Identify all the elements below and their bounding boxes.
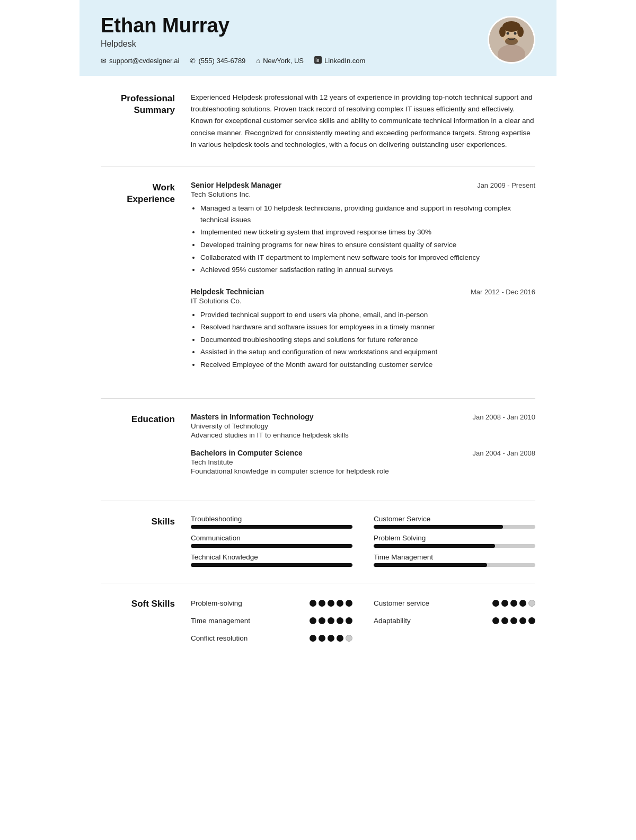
dot-empty	[528, 600, 535, 607]
edu-school: Tech Institute	[191, 458, 535, 466]
dot-filled	[510, 600, 517, 607]
divider-4	[101, 583, 535, 583]
job-bullets: Provided technical support to end users …	[191, 309, 535, 371]
dot-filled	[501, 600, 508, 607]
soft-skill-item: Conflict resolution	[191, 632, 352, 644]
svg-point-3	[498, 45, 525, 64]
phone-icon: ✆	[190, 57, 196, 65]
job-header: Helpdesk TechnicianMar 2012 - Dec 2016	[191, 287, 535, 296]
summary-content: Experienced Helpdesk professional with 1…	[191, 92, 535, 151]
skill-bar-fill	[374, 525, 503, 529]
bullet-item: Implemented new ticketing system that im…	[200, 226, 535, 238]
bullet-item: Collaborated with IT department to imple…	[200, 252, 535, 264]
dot-filled	[519, 617, 526, 624]
edu-date: Jan 2004 - Jan 2008	[472, 449, 535, 457]
divider-3	[101, 501, 535, 501]
edu-header: Masters in Information TechnologyJan 200…	[191, 413, 535, 421]
skill-name: Customer Service	[374, 515, 535, 523]
skill-bar-bg	[191, 544, 352, 548]
bullet-item: Achieved 95% customer satisfaction ratin…	[200, 264, 535, 276]
dot-filled	[319, 617, 325, 624]
summary-section: ProfessionalSummary Experienced Helpdesk…	[101, 92, 535, 151]
svg-point-8	[505, 38, 518, 45]
svg-point-7	[517, 27, 524, 37]
dot-filled	[501, 617, 508, 624]
contact-phone: ✆(555) 345-6789	[190, 56, 245, 65]
dot-filled	[528, 617, 535, 624]
skill-item: Technical Knowledge	[191, 553, 352, 567]
skill-name: Troubleshooting	[191, 515, 352, 523]
edu-header: Bachelors in Computer ScienceJan 2004 - …	[191, 449, 535, 457]
linkedin-value: LinkedIn.com	[324, 57, 365, 65]
edu-degree: Masters in Information Technology	[191, 413, 314, 421]
job-entry: Helpdesk TechnicianMar 2012 - Dec 2016IT…	[191, 287, 535, 371]
svg-text:in: in	[315, 58, 319, 63]
job-header: Senior Helpdesk ManagerJan 2009 - Presen…	[191, 181, 535, 189]
soft-skill-name: Conflict resolution	[191, 634, 248, 642]
location-value: NewYork, US	[263, 57, 304, 65]
skills-grid: TroubleshootingCustomer ServiceCommunica…	[191, 515, 535, 567]
bullet-item: Provided technical support to end users …	[200, 309, 535, 321]
skill-bar-bg	[374, 563, 535, 567]
edu-school: University of Technology	[191, 422, 535, 430]
skill-bar-bg	[191, 563, 352, 567]
skills-section: Skills TroubleshootingCustomer ServiceCo…	[101, 515, 535, 567]
edu-entry: Bachelors in Computer ScienceJan 2004 - …	[191, 449, 535, 475]
work-content: Senior Helpdesk ManagerJan 2009 - Presen…	[191, 181, 535, 382]
svg-point-6	[499, 27, 506, 37]
bullet-item: Resolved hardware and software issues fo…	[200, 321, 535, 333]
bullet-item: Managed a team of 10 helpdesk technician…	[200, 203, 535, 225]
dot-filled	[510, 617, 517, 624]
bullet-item: Developed training programs for new hire…	[200, 239, 535, 251]
candidate-name: Ethan Murray	[101, 15, 488, 37]
soft-skill-dots	[492, 600, 535, 607]
skill-bar-bg	[374, 544, 535, 548]
skills-content: TroubleshootingCustomer ServiceCommunica…	[191, 515, 535, 567]
divider-1	[101, 167, 535, 167]
dot-filled	[492, 600, 499, 607]
soft-skill-dots	[310, 600, 352, 607]
contact-location: ⌂NewYork, US	[256, 56, 304, 65]
bullet-item: Documented troubleshooting steps and sol…	[200, 334, 535, 346]
soft-skill-dots	[492, 617, 535, 624]
job-title: Helpdesk Technician	[191, 287, 264, 296]
soft-skills-label: Soft Skills	[101, 597, 191, 644]
soft-skill-name: Customer service	[374, 599, 429, 607]
dot-filled	[337, 635, 343, 642]
bullet-item: Received Employee of the Month award for…	[200, 359, 535, 371]
svg-point-9	[507, 32, 509, 35]
skill-item: Troubleshooting	[191, 515, 352, 529]
dot-filled	[310, 617, 316, 624]
dot-empty	[346, 635, 352, 642]
edu-degree: Bachelors in Computer Science	[191, 449, 303, 457]
education-content: Masters in Information TechnologyJan 200…	[191, 413, 535, 485]
soft-skill-name: Problem-solving	[191, 599, 242, 607]
skill-name: Time Management	[374, 553, 535, 561]
skill-bar-fill	[374, 544, 495, 548]
dot-filled	[319, 635, 325, 642]
location-icon: ⌂	[256, 57, 260, 65]
soft-skills-grid: Problem-solvingCustomer serviceTime mana…	[191, 597, 535, 644]
skill-item: Customer Service	[374, 515, 535, 529]
job-date: Jan 2009 - Present	[477, 181, 535, 189]
skill-bar-bg	[374, 525, 535, 529]
dot-filled	[492, 617, 499, 624]
dot-filled	[328, 635, 334, 642]
skill-bar-bg	[191, 525, 352, 529]
svg-point-10	[514, 32, 517, 35]
job-company: IT Solutions Co.	[191, 297, 535, 305]
work-label: WorkExperience	[101, 181, 191, 382]
soft-skill-item: Time management	[191, 615, 352, 627]
skill-item: Communication	[191, 534, 352, 548]
skill-name: Communication	[191, 534, 352, 542]
education-section: Education Masters in Information Technol…	[101, 413, 535, 485]
soft-skill-name: Adaptability	[374, 617, 411, 625]
candidate-title: Helpdesk	[101, 39, 488, 49]
header: Ethan Murray Helpdesk ✉support@cvdesigne…	[80, 0, 556, 76]
soft-skills-section: Soft Skills Problem-solvingCustomer serv…	[101, 597, 535, 644]
soft-skill-item: Customer service	[374, 597, 535, 609]
contact-bar: ✉support@cvdesigner.ai✆(555) 345-6789⌂Ne…	[101, 56, 488, 65]
job-entry: Senior Helpdesk ManagerJan 2009 - Presen…	[191, 181, 535, 276]
edu-date: Jan 2008 - Jan 2010	[472, 413, 535, 421]
job-company: Tech Solutions Inc.	[191, 190, 535, 198]
